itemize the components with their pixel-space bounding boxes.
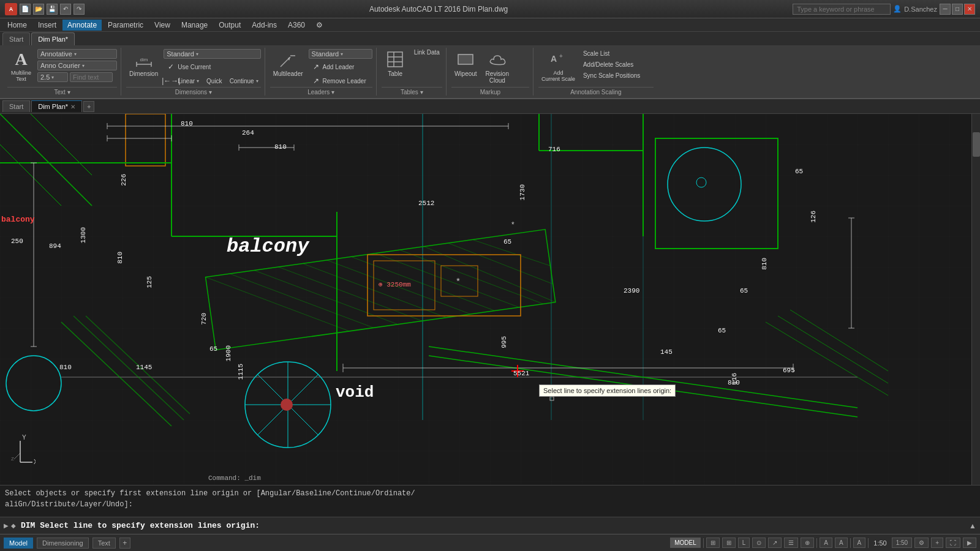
help-more[interactable]: ▶ [963, 538, 976, 548]
transparency-toggle[interactable]: A [835, 538, 848, 548]
menu-manage[interactable]: Manage [176, 20, 213, 31]
dim-65-top: 65 [795, 168, 803, 175]
drawing-svg: * [0, 114, 980, 485]
tab-start[interactable]: Start [2, 100, 30, 112]
dimension-button[interactable]: dim Dimension [126, 48, 161, 79]
menu-parametric[interactable]: Parametric [103, 20, 148, 31]
dim-695: 695 [783, 367, 795, 374]
multileader-button[interactable]: Multileader [270, 48, 306, 79]
table-icon [385, 50, 405, 69]
dim-810-top: 810 [181, 120, 193, 127]
vertical-scrollbar[interactable] [971, 114, 980, 485]
close-button[interactable]: ✕ [964, 4, 975, 15]
dim-65-mid: 65 [209, 345, 217, 353]
dimensioning-tab[interactable]: Dimensioning [37, 538, 89, 549]
ribbon-group-text: A MultilineText Annotative ▾ Anno Courie… [4, 48, 121, 96]
statusbar: Select objects or specify first extensio… [0, 485, 980, 534]
tab-close-dimplan[interactable]: ✕ [70, 103, 75, 110]
dim-125: 125 [146, 276, 153, 288]
ribbon-tab-start[interactable]: Start [2, 32, 30, 45]
remove-leader-button[interactable]: ↗ Remove Leader [309, 75, 372, 87]
quick-access-redo[interactable]: ↷ [74, 4, 85, 15]
settings-more[interactable]: ⚙ [914, 538, 929, 548]
dimensions-group-label: Dimensions ▾ [126, 87, 261, 96]
snap-toggle[interactable]: ⊞ [722, 538, 736, 548]
grid-toggle[interactable]: ⊞ [706, 538, 720, 548]
scale-button[interactable]: 1:50 [892, 538, 912, 548]
text-style-dropdown[interactable]: Annotative ▾ [37, 49, 117, 59]
svg-text:+: + [559, 53, 563, 59]
workspace-icon[interactable]: + [931, 538, 943, 548]
menu-a360[interactable]: A360 [283, 20, 310, 31]
find-text-field[interactable]: Find text [70, 72, 113, 82]
menu-settings[interactable]: ⚙ [311, 20, 328, 31]
add-leader-icon: ↗ [311, 62, 321, 72]
size-dropdown-arrow: ▾ [51, 75, 54, 80]
add-current-scale-button[interactable]: A + AddCurrent Scale [538, 48, 578, 84]
revision-cloud-button[interactable]: RevisionCloud [483, 48, 512, 86]
quick-access-save[interactable]: 💾 [47, 4, 58, 15]
dim-810-mid: 810 [274, 143, 287, 151]
void-label: void [336, 383, 374, 402]
tables-group-label: Tables ▾ [382, 87, 442, 96]
menu-output[interactable]: Output [214, 20, 246, 31]
dim-5521: 5521 [513, 370, 529, 377]
table-button[interactable]: Table [382, 48, 409, 79]
quick-access-new[interactable]: 📄 [20, 4, 31, 15]
menu-addins[interactable]: Add-ins [247, 20, 282, 31]
svg-text:*: * [511, 220, 514, 229]
polar-toggle[interactable]: ⊙ [752, 538, 766, 548]
multiline-text-button[interactable]: A MultilineText [7, 48, 35, 84]
minimize-button[interactable]: ─ [940, 4, 951, 15]
document-tabbar: Start Dim Plan* ✕ + [0, 99, 980, 114]
model-tab[interactable]: Model [4, 538, 33, 549]
multileader-style-arrow: ▾ [341, 51, 343, 57]
add-layout-tab[interactable]: + [119, 538, 130, 549]
quick-access-undo[interactable]: ↶ [60, 4, 71, 15]
full-screen[interactable]: ⛶ [946, 538, 960, 548]
dim-145: 145 [660, 348, 673, 356]
font-dropdown[interactable]: Anno Courier ▾ [37, 61, 117, 70]
multileader-style-dropdown[interactable]: Standard ▾ [309, 49, 372, 59]
text-tab[interactable]: Text [92, 538, 116, 549]
quick-access-open[interactable]: 📂 [33, 4, 44, 15]
osnap-toggle[interactable]: ↗ [768, 538, 782, 548]
add-leader-button[interactable]: ↗ Add Leader [309, 61, 372, 73]
new-tab-button[interactable]: + [83, 101, 94, 112]
search-input[interactable] [793, 4, 891, 15]
drawing-canvas-area[interactable]: * [0, 114, 980, 485]
wipeout-button[interactable]: Wipeout [451, 48, 480, 79]
scale-list-button[interactable]: Scale List [581, 49, 654, 58]
ribbon: Start Dim Plan* A MultilineText Annotati… [0, 32, 980, 99]
continue-button[interactable]: Continue ▾ [227, 75, 261, 87]
model-indicator[interactable]: MODEL [670, 538, 701, 548]
cmd-input-icon: ▶ [4, 522, 9, 529]
menu-view[interactable]: View [149, 20, 175, 31]
qp-toggle[interactable]: A [853, 538, 866, 548]
cmd-expand-icon[interactable]: ▲ [969, 522, 976, 530]
command-input[interactable] [21, 521, 967, 530]
text-size-dropdown[interactable]: 2.5 ▾ [37, 72, 68, 82]
linewt-toggle[interactable]: A [820, 538, 832, 548]
sync-scale-positions-button[interactable]: Sync Scale Positions [581, 71, 654, 80]
linear-button[interactable]: |←→| Linear ▾ [164, 75, 202, 87]
ribbon-tab-dimplan[interactable]: Dim Plan* [31, 32, 75, 45]
ribbon-content: A MultilineText Annotative ▾ Anno Courie… [0, 45, 980, 98]
quick-button[interactable]: Quick [204, 75, 225, 87]
dim-style-dropdown[interactable]: Standard ▾ [164, 49, 260, 59]
link-data-button[interactable]: Link Data [412, 48, 442, 57]
otrack-toggle[interactable]: ☰ [784, 538, 798, 548]
add-delete-scales-button[interactable]: Add/Delete Scales [581, 60, 654, 69]
dim-810-bottom: 810 [59, 364, 72, 371]
measurement-2620mm: balcony [1, 215, 35, 224]
use-current-button[interactable]: ✓ Use Current [164, 61, 260, 73]
ortho-toggle[interactable]: L [738, 538, 750, 548]
menu-home[interactable]: Home [2, 20, 32, 31]
bottombar-right: MODEL ⊞ ⊞ L ⊙ ↗ ☰ ⊕ A A A 1:50 1:50 ⚙ + … [670, 538, 976, 548]
menu-annotate[interactable]: Annotate [62, 20, 102, 31]
menu-insert[interactable]: Insert [33, 20, 61, 31]
dim-65-room: 65 [503, 238, 511, 246]
ducs-toggle[interactable]: ⊕ [801, 538, 814, 548]
maximize-button[interactable]: □ [952, 4, 963, 15]
tab-dimplan[interactable]: Dim Plan* ✕ [31, 100, 82, 112]
